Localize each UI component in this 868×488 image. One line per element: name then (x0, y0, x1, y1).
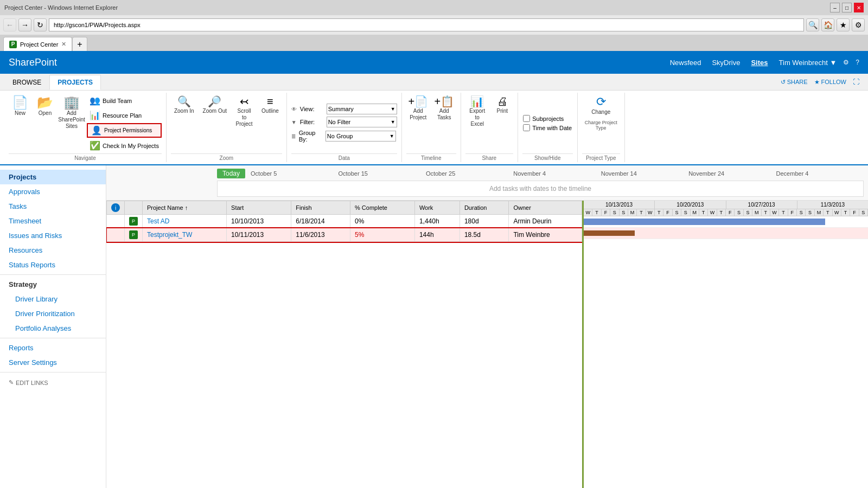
col-header-info: i (107, 201, 125, 215)
edit-pencil-icon: ✎ (9, 379, 14, 386)
address-bar[interactable] (49, 18, 804, 31)
change-button[interactable]: ⟳ Change (588, 94, 614, 118)
maximize-button[interactable]: □ (842, 3, 852, 12)
view-dropdown[interactable]: Summary ▼ (327, 104, 397, 114)
sidebar-item-reports[interactable]: Reports (0, 341, 106, 355)
skydrive-link[interactable]: SkyDrive (712, 59, 740, 67)
project-permissions-button[interactable]: 👤 Project Permissions (87, 123, 162, 138)
edit-links-button[interactable]: ✎ EDIT LINKS (0, 375, 106, 390)
sites-link[interactable]: Sites (751, 59, 768, 67)
sidebar-item-driver-library[interactable]: Driver Library (0, 292, 106, 306)
groupby-dropdown[interactable]: No Group ▼ (326, 131, 396, 142)
help-icon[interactable]: ? (856, 59, 859, 66)
filter-dropdown[interactable]: No Filter ▼ (327, 117, 397, 127)
time-with-date-checkbox[interactable]: Time with Date (523, 124, 572, 131)
resource-plan-button[interactable]: 📊 Resource Plan (87, 108, 162, 122)
data-group: 👁 View: Summary ▼ ▼ Filter: No Filter ▼ (287, 93, 402, 162)
row1-finish: 6/18/2014 (291, 215, 350, 228)
project-type-items: ⟳ Change Charge Project Type (582, 94, 620, 152)
home-button[interactable]: 🏠 (821, 18, 834, 31)
col-header-complete[interactable]: % Complete (350, 201, 415, 215)
timeline-section: Today October 5 October 15 October 25 No… (106, 165, 868, 201)
export-to-excel-button[interactable]: 📊 Export to Excel (465, 94, 489, 130)
sidebar-item-status-reports[interactable]: Status Reports (0, 258, 106, 272)
zoom-out-button[interactable]: 🔎 Zoom Out (200, 94, 230, 117)
row2-complete: 5% (350, 228, 415, 242)
col-header-name[interactable]: Project Name ↑ (143, 201, 227, 215)
new-tab-button[interactable]: + (72, 37, 87, 51)
add-sharepoint-sites-button[interactable]: 🏢 Add SharePoint Sites (59, 94, 85, 132)
forward-button[interactable]: → (18, 18, 31, 31)
row2-icon: P (125, 228, 143, 242)
resource-plan-icon: 📊 (90, 110, 100, 120)
date-nov14: November 14 (601, 170, 688, 177)
sidebar: Projects Approvals Tasks Timesheet Issue… (0, 165, 106, 488)
project-permissions-icon: 👤 (91, 125, 102, 136)
newsfeed-link[interactable]: Newsfeed (670, 59, 701, 67)
time-with-date-input[interactable] (523, 124, 530, 131)
subprojects-input[interactable] (523, 115, 530, 122)
sidebar-item-portfolio-analyses[interactable]: Portfolio Analyses (0, 321, 106, 336)
share-button[interactable]: ↺ SHARE (781, 79, 808, 86)
sidebar-item-projects[interactable]: Projects (0, 170, 106, 184)
project-link-testprojekt-tw[interactable]: Testprojekt_TW (147, 231, 192, 239)
sidebar-item-driver-prioritization[interactable]: Driver Prioritization (0, 306, 106, 321)
add-tasks-button[interactable]: +📋 Add Tasks (432, 94, 456, 123)
data-items: 👁 View: Summary ▼ ▼ Filter: No Filter ▼ (291, 94, 397, 152)
sidebar-item-issues-risks[interactable]: Issues and Risks (0, 228, 106, 243)
info-icon[interactable]: i (111, 203, 120, 212)
open-button[interactable]: 📂 Open (34, 94, 56, 119)
new-button[interactable]: 📄 New (9, 94, 31, 119)
gantt-day-cell: T (762, 209, 770, 216)
charge-label: Charge Project Type (582, 120, 620, 131)
col-header-owner[interactable]: Owner (509, 201, 582, 215)
show-hide-items: Subprojects Time with Date (523, 94, 572, 152)
tab-browse[interactable]: BROWSE (4, 75, 49, 90)
tab-projects[interactable]: PROJECTS (49, 75, 101, 90)
gantt-day-cell: M (752, 209, 761, 216)
favorites-button[interactable]: ★ (837, 18, 850, 31)
navigate-small-buttons: 👥 Build Team 📊 Resource Plan 👤 Project P… (87, 94, 162, 152)
search-button[interactable]: 🔍 (806, 18, 819, 31)
col-header-work[interactable]: Work (414, 201, 459, 215)
sidebar-item-approvals[interactable]: Approvals (0, 184, 106, 199)
fullscreen-icon[interactable]: ⛶ (853, 78, 859, 86)
row1-duration: 180d (459, 215, 509, 228)
back-button[interactable]: ← (3, 18, 16, 31)
browser-tab-bar: P Project Center ✕ + (0, 35, 868, 51)
timeline-placeholder: Add tasks with dates to the timeline (217, 181, 864, 197)
gantt-day-cell: S (735, 209, 743, 216)
row2-info (107, 228, 125, 242)
outline-button[interactable]: ≡ Outline (258, 94, 282, 117)
build-team-button[interactable]: 👥 Build Team (87, 94, 162, 107)
today-button[interactable]: Today (217, 169, 245, 178)
sidebar-item-tasks[interactable]: Tasks (0, 199, 106, 214)
share-group-label: Share (465, 153, 513, 161)
col-header-finish[interactable]: Finish (291, 201, 350, 215)
gantt-day-cell: S (797, 209, 806, 216)
close-button[interactable]: ✕ (854, 3, 864, 12)
zoom-items: 🔍 Zoom In 🔎 Zoom Out ↢ Scroll to Project… (171, 94, 282, 152)
sidebar-item-timesheet[interactable]: Timesheet (0, 214, 106, 228)
add-project-button[interactable]: +📄 Add Project (406, 94, 430, 123)
project-link-test-ad[interactable]: Test AD (147, 217, 169, 225)
sidebar-item-server-settings[interactable]: Server Settings (0, 355, 106, 370)
minimize-button[interactable]: – (830, 3, 840, 12)
active-tab[interactable]: P Project Center ✕ (3, 37, 72, 51)
print-button[interactable]: 🖨 Print (492, 94, 513, 117)
tab-close-button[interactable]: ✕ (61, 41, 66, 48)
gear-icon[interactable]: ⚙ (843, 59, 849, 66)
zoom-out-icon: 🔎 (208, 96, 221, 107)
follow-button[interactable]: ★ FOLLOW (814, 79, 846, 86)
zoom-in-button[interactable]: 🔍 Zoom In (171, 94, 197, 117)
subprojects-checkbox[interactable]: Subprojects (523, 115, 564, 122)
user-menu[interactable]: Tim Weinbrecht ▼ (779, 59, 837, 67)
refresh-button[interactable]: ↻ (34, 18, 47, 31)
scroll-to-project-button[interactable]: ↢ Scroll to Project (232, 94, 256, 130)
gantt-day-cell: T (717, 209, 726, 216)
col-header-start[interactable]: Start (227, 201, 291, 215)
sidebar-item-resources[interactable]: Resources (0, 243, 106, 258)
check-in-my-projects-button[interactable]: ✅ Check In My Projects (87, 139, 162, 152)
tools-button[interactable]: ⚙ (852, 18, 865, 31)
col-header-duration[interactable]: Duration (459, 201, 509, 215)
